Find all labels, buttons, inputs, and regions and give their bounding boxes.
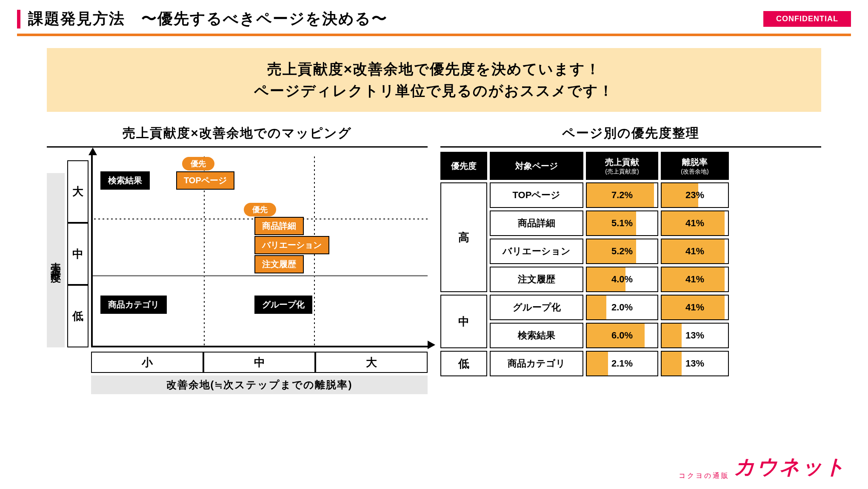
- x-axis-scale: 小 中 大: [91, 352, 428, 373]
- y-axis-label: 売上貢献度: [47, 173, 65, 347]
- cell-exit: 41%: [661, 210, 729, 236]
- priority-table-panel: ページ別の優先度整理 優先度高中低対象ページTOPページ商品詳細バリエーション注…: [440, 120, 821, 398]
- th-priority: 優先度: [440, 152, 487, 180]
- mapping-panel: 売上貢献度×改善余地でのマッピング 売上貢献度 大 中 低 優先 検索結果 TO…: [47, 120, 428, 398]
- x-tick-large: 大: [315, 352, 428, 373]
- y-tick-mid: 中: [67, 223, 89, 285]
- cell-exit: 13%: [661, 323, 729, 348]
- th-exit: 離脱率(改善余地): [661, 152, 729, 180]
- priority-cell: 高: [440, 182, 487, 292]
- cell-sales: 7.2%: [586, 182, 658, 208]
- cell-exit: 41%: [661, 267, 729, 292]
- footer-tagline: コクヨの通販: [679, 472, 730, 480]
- table-subhead: ページ別の優先度整理: [440, 120, 821, 148]
- highlight-banner: 売上貢献度×改善余地で優先度を決めています！ ページディレクトリ単位で見るのがお…: [47, 48, 821, 112]
- priority-cell: 低: [440, 351, 487, 376]
- y-axis-scale: 大 中 低: [67, 160, 89, 347]
- priority-table: 優先度高中低対象ページTOPページ商品詳細バリエーション注文履歴グループ化検索結…: [440, 152, 821, 376]
- cell-exit: 41%: [661, 239, 729, 264]
- cell-exit: 41%: [661, 295, 729, 320]
- confidential-badge: CONFIDENTIAL: [763, 11, 851, 27]
- cell-sales: 5.1%: [586, 210, 658, 236]
- cell-sales: 2.0%: [586, 295, 658, 320]
- priority-pill-2: 優先: [244, 203, 276, 216]
- x-tick-mid: 中: [203, 352, 316, 373]
- th-sales: 売上貢献(売上貢献度): [586, 152, 658, 180]
- x-axis-label: 改善余地(≒次ステップまでの離脱率): [91, 375, 428, 394]
- cell-page: 商品カテゴリ: [490, 351, 583, 376]
- cell-page: 検索結果: [490, 323, 583, 348]
- cell-page: 注文履歴: [490, 267, 583, 292]
- y-tick-large: 大: [67, 160, 89, 223]
- quadrant-plot: 優先 検索結果 TOPページ 優先 商品詳細 バリエーション 注文履歴 商品カテ…: [91, 155, 428, 347]
- cell-sales: 5.2%: [586, 239, 658, 264]
- tag-history: 注文履歴: [254, 255, 304, 273]
- priority-cell: 中: [440, 295, 487, 348]
- cell-exit: 13%: [661, 351, 729, 376]
- cell-sales: 2.1%: [586, 351, 658, 376]
- cell-page: バリエーション: [490, 239, 583, 264]
- mapping-subhead: 売上貢献度×改善余地でのマッピング: [47, 120, 428, 148]
- tag-variation: バリエーション: [254, 236, 329, 254]
- cell-page: 商品詳細: [490, 210, 583, 236]
- slide-footer: コクヨの通販 カウネット: [679, 453, 847, 480]
- page-title: 課題発見方法 〜優先するべきページを決める〜: [28, 9, 388, 29]
- footer-logo: カウネット: [734, 453, 847, 480]
- divider: [17, 34, 851, 36]
- accent-bar: [17, 10, 20, 28]
- cell-exit: 23%: [661, 182, 729, 208]
- slide-header: 課題発見方法 〜優先するべきページを決める〜 CONFIDENTIAL: [17, 9, 851, 29]
- tag-detail: 商品詳細: [254, 217, 304, 235]
- th-page: 対象ページ: [490, 152, 583, 180]
- tag-top: TOPページ: [176, 171, 234, 190]
- cell-sales: 4.0%: [586, 267, 658, 292]
- priority-pill-1: 優先: [182, 157, 214, 171]
- cell-page: グループ化: [490, 295, 583, 320]
- tag-category: 商品カテゴリ: [100, 296, 167, 314]
- y-tick-low: 低: [67, 285, 89, 347]
- x-tick-small: 小: [91, 352, 203, 373]
- cell-sales: 6.0%: [586, 323, 658, 348]
- tag-search: 検索結果: [100, 171, 150, 190]
- tag-group: グループ化: [254, 296, 312, 314]
- cell-page: TOPページ: [490, 182, 583, 208]
- banner-line-2: ページディレクトリ単位で見るのがおススメです！: [57, 80, 811, 102]
- banner-line-1: 売上貢献度×改善余地で優先度を決めています！: [57, 58, 811, 80]
